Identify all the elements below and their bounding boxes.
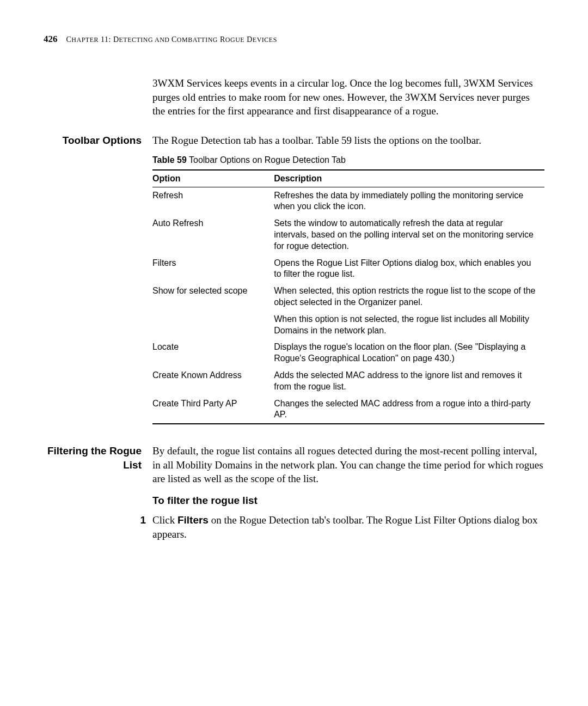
step-number: 1 (136, 513, 152, 527)
table-row: RefreshRefreshes the data by immediately… (152, 187, 544, 215)
step-1: 1 Click Filters on the Rogue Detection t… (136, 513, 544, 541)
table-cell-option: Show for selected scope (152, 283, 274, 311)
table-59: Table 59 Toolbar Options on Rogue Detect… (152, 155, 544, 425)
table-cell-desc: Opens the Rogue List Filter Options dial… (274, 255, 544, 283)
table-cell-desc: When this option is not selected, the ro… (274, 311, 544, 339)
table-cell-option: Create Known Address (152, 367, 274, 395)
table-row: Create Third Party APChanges the selecte… (152, 395, 544, 424)
toolbar-options-section: Toolbar Options The Rogue Detection tab … (44, 133, 544, 148)
table-row: FiltersOpens the Rogue List Filter Optio… (152, 255, 544, 283)
table-row: Create Known AddressAdds the selected MA… (152, 367, 544, 395)
table-cell-desc: When selected, this option restricts the… (274, 283, 544, 311)
filtering-section-body: By default, the rogue list contains all … (152, 444, 544, 486)
step-body: Click Filters on the Rogue Detection tab… (152, 513, 544, 541)
table-row: When this option is not selected, the ro… (152, 311, 544, 339)
table-cell-desc: Refreshes the data by immediately pollin… (274, 187, 544, 215)
step-bold: Filters (177, 514, 209, 526)
table-cell-desc: Adds the selected MAC address to the ign… (274, 367, 544, 395)
step-pre: Click (152, 514, 177, 526)
table-row: Show for selected scopeWhen selected, th… (152, 283, 544, 311)
table-cell-option: Refresh (152, 187, 274, 215)
table-cell-option: Auto Refresh (152, 215, 274, 254)
filter-rogue-subheading: To filter the rogue list (152, 495, 544, 507)
table-row: Auto RefreshSets the window to automatic… (152, 215, 544, 254)
table-header-option: Option (152, 170, 274, 187)
table-cell-option: Locate (152, 339, 274, 367)
chapter-title: CHAPTER 11: DETECTING AND COMBATTING ROG… (66, 35, 277, 44)
section-heading-toolbar: Toolbar Options (44, 133, 152, 148)
toolbar-options-table: Option Description RefreshRefreshes the … (152, 169, 544, 425)
table-cell-desc: Changes the selected MAC address from a … (274, 395, 544, 424)
step-post: on the Rogue Detection tab's toolbar. Th… (152, 514, 538, 540)
table-cell-desc: Sets the window to automatically refresh… (274, 215, 544, 254)
table-cell-desc: Displays the rogue's location on the flo… (274, 339, 544, 367)
toolbar-section-body: The Rogue Detection tab has a toolbar. T… (152, 133, 544, 148)
page-number: 426 (44, 34, 58, 45)
table-header-description: Description (274, 170, 544, 187)
table-caption-text: Toolbar Options on Rogue Detection Tab (187, 155, 346, 165)
table-header-row: Option Description (152, 170, 544, 187)
table-label: Table 59 (152, 155, 187, 165)
page-header: 426 CHAPTER 11: DETECTING AND COMBATTING… (44, 34, 544, 45)
filtering-rogue-section: Filtering the Rogue List By default, the… (44, 444, 544, 486)
table-cell-option (152, 311, 274, 339)
table-row: LocateDisplays the rogue's location on t… (152, 339, 544, 367)
table-cell-option: Filters (152, 255, 274, 283)
table-caption: Table 59 Toolbar Options on Rogue Detect… (152, 155, 544, 165)
intro-paragraph: 3WXM Services keeps events in a circular… (152, 76, 544, 118)
table-cell-option: Create Third Party AP (152, 395, 274, 424)
section-heading-filtering: Filtering the Rogue List (44, 444, 152, 472)
